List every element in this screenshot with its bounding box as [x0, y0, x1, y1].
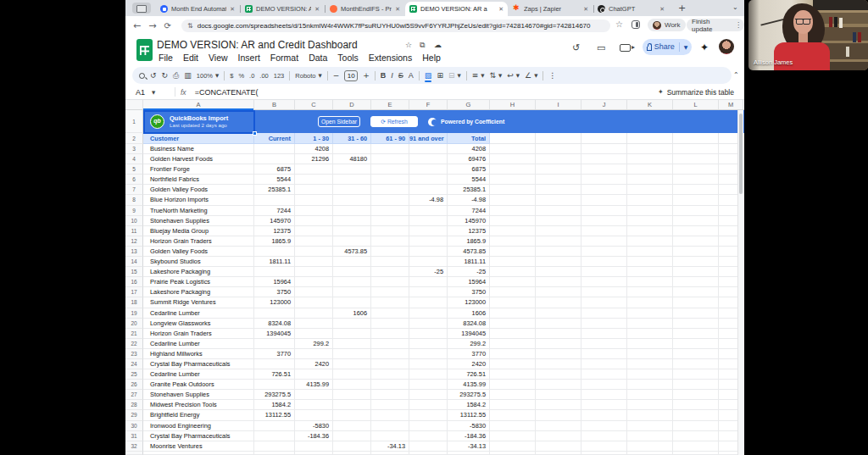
- amount-cell[interactable]: [333, 369, 371, 380]
- amount-cell[interactable]: [581, 369, 627, 380]
- amount-cell[interactable]: [673, 144, 719, 154]
- amount-cell[interactable]: [409, 144, 448, 154]
- amount-cell[interactable]: [333, 226, 371, 236]
- customer-cell[interactable]: Stonehaven Supplies: [143, 390, 254, 400]
- amount-cell[interactable]: [333, 185, 371, 195]
- amount-cell[interactable]: -34.13: [448, 441, 490, 452]
- amount-cell[interactable]: [295, 400, 333, 410]
- finish-update-button[interactable]: Finish update ⋮: [687, 19, 744, 31]
- amount-cell[interactable]: [627, 297, 673, 308]
- menu-help[interactable]: Help: [417, 53, 446, 63]
- amount-cell[interactable]: [673, 339, 719, 349]
- amount-cell[interactable]: [333, 421, 371, 431]
- customer-cell[interactable]: Frontier Forge: [143, 164, 254, 175]
- amount-cell[interactable]: [627, 206, 673, 216]
- browser-tab[interactable]: Month End Automatio✕: [156, 2, 239, 16]
- amount-cell[interactable]: [333, 287, 371, 297]
- amount-cell[interactable]: [490, 267, 536, 277]
- amount-cell[interactable]: [536, 236, 581, 247]
- amount-cell[interactable]: [295, 175, 333, 185]
- amount-cell[interactable]: [254, 431, 295, 441]
- share-dropdown-icon[interactable]: ▼: [684, 44, 688, 50]
- tab-close-icon[interactable]: ✕: [395, 6, 400, 13]
- amount-cell[interactable]: -4.98: [448, 195, 490, 205]
- amount-cell[interactable]: [409, 206, 448, 216]
- customer-cell[interactable]: Midwest Precision Tools: [143, 400, 254, 410]
- amount-cell[interactable]: [295, 226, 333, 236]
- amount-cell[interactable]: [409, 247, 448, 257]
- amount-cell[interactable]: [333, 349, 371, 359]
- empty-cell[interactable]: [581, 133, 627, 144]
- amount-cell[interactable]: [409, 359, 448, 369]
- amount-cell[interactable]: [490, 369, 536, 380]
- amount-cell[interactable]: [295, 277, 333, 287]
- customer-cell[interactable]: Golden Harvest Foods: [143, 154, 254, 164]
- amount-cell[interactable]: [295, 236, 333, 247]
- amount-cell[interactable]: 6875: [448, 164, 490, 175]
- amount-cell[interactable]: [536, 339, 581, 349]
- customer-cell[interactable]: Ironwood Engineering: [143, 421, 254, 431]
- amount-cell[interactable]: 1811.11: [254, 257, 295, 267]
- amount-cell[interactable]: [333, 236, 371, 247]
- amount-cell[interactable]: [371, 236, 409, 247]
- amount-cell[interactable]: [581, 431, 627, 441]
- search-icon[interactable]: [139, 73, 145, 79]
- column-header-G[interactable]: G: [448, 100, 490, 109]
- row-number[interactable]: 22: [125, 339, 143, 349]
- row-number[interactable]: 31: [125, 431, 143, 441]
- amount-cell[interactable]: [536, 421, 581, 431]
- back-icon[interactable]: ←: [133, 20, 141, 31]
- amount-cell[interactable]: [409, 380, 448, 390]
- amount-cell[interactable]: 123000: [448, 297, 490, 308]
- amount-cell[interactable]: [627, 164, 673, 175]
- column-header-F[interactable]: F: [409, 100, 448, 109]
- amount-cell[interactable]: [536, 380, 581, 390]
- table-column-header[interactable]: Total: [448, 133, 490, 144]
- amount-cell[interactable]: [581, 380, 627, 390]
- amount-cell[interactable]: [409, 185, 448, 195]
- column-header-H[interactable]: H: [490, 100, 536, 109]
- text-wrap-button[interactable]: ↩: [507, 71, 514, 80]
- vertical-align-button[interactable]: ⇅: [489, 71, 496, 80]
- amount-cell[interactable]: [490, 339, 536, 349]
- amount-cell[interactable]: 69476: [448, 154, 490, 164]
- table-column-header[interactable]: 31 - 60: [333, 133, 371, 144]
- table-column-header[interactable]: 1 - 30: [295, 133, 333, 144]
- amount-cell[interactable]: [581, 257, 627, 267]
- amount-cell[interactable]: [627, 339, 673, 349]
- amount-cell[interactable]: 4135.99: [448, 380, 490, 390]
- amount-cell[interactable]: [254, 144, 295, 154]
- amount-cell[interactable]: [673, 154, 719, 164]
- customer-cell[interactable]: TrueNorth Marketing: [143, 206, 254, 216]
- amount-cell[interactable]: [536, 185, 581, 195]
- tab-close-icon[interactable]: ✕: [230, 6, 235, 13]
- star-document-icon[interactable]: ☆: [405, 41, 412, 49]
- amount-cell[interactable]: 2420: [295, 359, 333, 369]
- row-number[interactable]: 16: [125, 277, 143, 287]
- tab-close-icon[interactable]: ✕: [498, 6, 504, 13]
- amount-cell[interactable]: [409, 421, 448, 431]
- menu-format[interactable]: Format: [265, 53, 303, 63]
- amount-cell[interactable]: [536, 164, 581, 175]
- column-header-M[interactable]: M: [719, 100, 743, 109]
- amount-cell[interactable]: [371, 267, 409, 277]
- amount-cell[interactable]: -34.13: [371, 441, 409, 452]
- amount-cell[interactable]: -184.36: [448, 431, 490, 441]
- menu-view[interactable]: View: [203, 53, 233, 63]
- fill-color-button[interactable]: ▨: [425, 71, 432, 80]
- column-header-K[interactable]: K: [627, 100, 673, 109]
- amount-cell[interactable]: [295, 287, 333, 297]
- amount-cell[interactable]: [581, 349, 627, 359]
- row-number[interactable]: 23: [125, 349, 143, 359]
- amount-cell[interactable]: 4208: [295, 144, 333, 154]
- redo-icon[interactable]: ↻: [162, 71, 169, 80]
- amount-cell[interactable]: [673, 297, 719, 308]
- amount-cell[interactable]: -25: [448, 267, 490, 277]
- customer-cell[interactable]: Cedarline Lumber: [143, 308, 254, 319]
- column-header-J[interactable]: J: [581, 100, 627, 109]
- spreadsheet-grid[interactable]: ABCDEFGHIJKLM 1 qb QuickBooks Import Las…: [125, 100, 744, 455]
- amount-cell[interactable]: [409, 277, 448, 287]
- amount-cell[interactable]: 3770: [448, 349, 490, 359]
- amount-cell[interactable]: [409, 164, 448, 175]
- amount-cell[interactable]: [371, 410, 409, 420]
